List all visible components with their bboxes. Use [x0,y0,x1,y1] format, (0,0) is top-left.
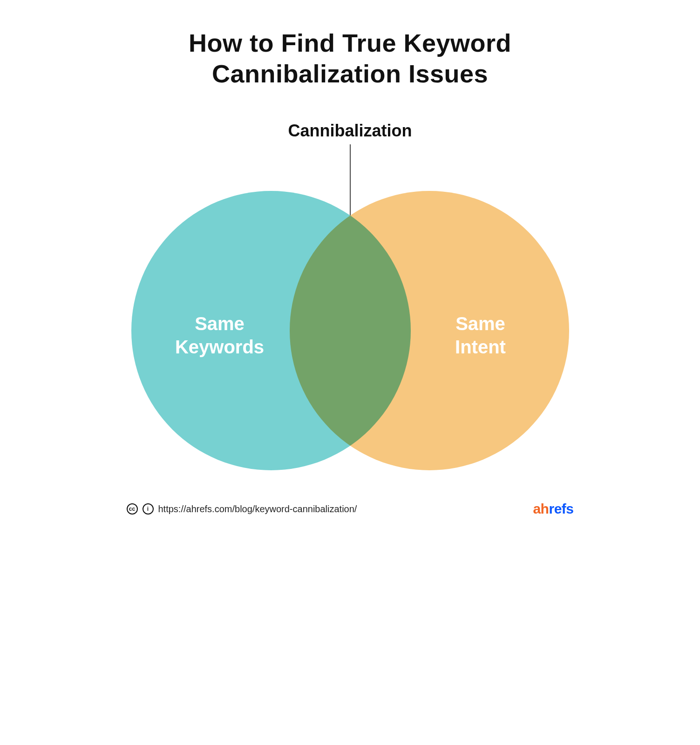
attribution-icon: i [143,503,154,515]
source-url-text: https://ahrefs.com/blog/keyword-cannibal… [158,504,357,515]
diagram-title: How to Find True Keyword Cannibalization… [99,28,602,89]
intersection-label: Cannibalization [99,121,602,141]
venn-right-label: SameIntent [420,312,541,359]
footer-left: cc i https://ahrefs.com/blog/keyword-can… [127,503,357,515]
brand-part-1: ah [533,501,549,516]
footer: cc i https://ahrefs.com/blog/keyword-can… [127,501,574,517]
brand-logo: ahrefs [533,501,573,517]
cc-icon: cc [127,503,138,515]
venn-diagram: SameKeywords SameIntent [131,186,569,475]
brand-part-2: refs [549,501,573,516]
venn-left-label: SameKeywords [159,312,280,359]
diagram-canvas: How to Find True Keyword Cannibalization… [99,0,602,531]
